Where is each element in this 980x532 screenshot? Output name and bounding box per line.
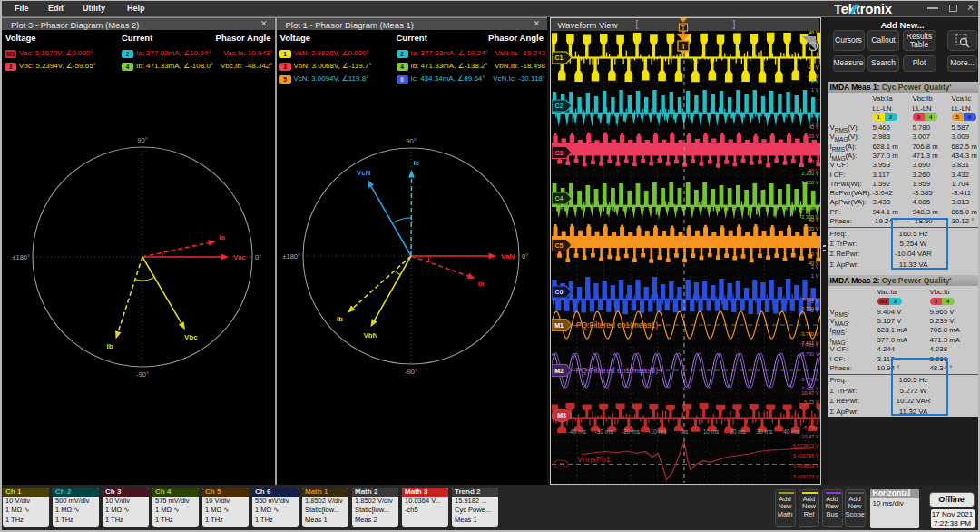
svg-text:2 V: 2 V bbox=[811, 264, 819, 270]
svg-text:2 V: 2 V bbox=[811, 78, 819, 84]
svg-text:C5: C5 bbox=[554, 242, 563, 249]
svg-text:1 V: 1 V bbox=[811, 87, 819, 93]
svg-text:30 ms: 30 ms bbox=[756, 429, 772, 435]
svg-text:90°: 90° bbox=[406, 137, 416, 145]
svg-text:40 V: 40 V bbox=[808, 217, 818, 222]
svg-text:-20 V: -20 V bbox=[807, 64, 819, 70]
svg-text:-40 ms: -40 ms bbox=[568, 429, 587, 435]
svg-text:-1,150 V: -1,150 V bbox=[799, 205, 818, 211]
svg-text:1,150 V: 1,150 V bbox=[801, 180, 819, 185]
svg-text:Tektronix: Tektronix bbox=[834, 2, 892, 16]
svg-text:-10.47 V: -10.47 V bbox=[799, 434, 818, 439]
svg-text:C3: C3 bbox=[554, 150, 563, 156]
svg-text:-PQ:Filtered ch1(meas1)-: -PQ:Filtered ch1(meas1)- bbox=[573, 320, 661, 330]
svg-text:10 ms: 10 ms bbox=[702, 429, 719, 435]
svg-text:VcN: VcN bbox=[356, 169, 370, 177]
svg-text:T: T bbox=[681, 25, 685, 31]
svg-text:C4: C4 bbox=[554, 195, 563, 202]
svg-text:20 V: 20 V bbox=[808, 133, 818, 139]
svg-text:10.47 V: 10.47 V bbox=[801, 390, 819, 396]
svg-text:5.426123 V: 5.426123 V bbox=[792, 474, 818, 479]
svg-text:Ia: Ia bbox=[219, 233, 225, 241]
svg-text:5.491796 V: 5.491796 V bbox=[792, 453, 818, 458]
svg-text:±180°: ±180° bbox=[12, 253, 30, 261]
svg-text:-PQ:Filtered ch1(meas3)-: -PQ:Filtered ch1(meas3)- bbox=[573, 366, 661, 375]
svg-text:VrmsPh1: VrmsPh1 bbox=[577, 455, 611, 464]
svg-text:0°: 0° bbox=[255, 253, 261, 261]
svg-text:-1 V: -1 V bbox=[809, 113, 819, 118]
svg-text:-5.23 V: -5.23 V bbox=[802, 425, 818, 430]
svg-text:Ic: Ic bbox=[413, 159, 419, 167]
svg-text:M2: M2 bbox=[554, 368, 564, 374]
svg-text:20 V: 20 V bbox=[808, 226, 818, 232]
svg-text:-30 ms: -30 ms bbox=[594, 429, 613, 435]
svg-text:-10 ms: -10 ms bbox=[648, 429, 667, 435]
svg-text:7.401 V: 7.401 V bbox=[801, 342, 819, 348]
svg-text:20 ms: 20 ms bbox=[730, 429, 746, 435]
svg-text:5.23 V: 5.23 V bbox=[804, 399, 818, 405]
svg-text:VaN: VaN bbox=[501, 252, 514, 261]
svg-text:-3.700 V: -3.700 V bbox=[799, 377, 818, 382]
svg-text:5.459859 V: 5.459859 V bbox=[792, 463, 818, 468]
svg-text:1 V: 1 V bbox=[811, 273, 819, 279]
svg-text:Ib: Ib bbox=[336, 315, 342, 323]
svg-text:M3: M3 bbox=[557, 412, 566, 419]
svg-text:3.700 V: 3.700 V bbox=[801, 351, 819, 357]
svg-text:±180°: ±180° bbox=[282, 252, 300, 261]
svg-text:C6: C6 bbox=[554, 289, 563, 295]
svg-text:40 ms: 40 ms bbox=[783, 429, 799, 435]
svg-text:2,300 V: 2,300 V bbox=[801, 171, 819, 176]
svg-text:0°: 0° bbox=[522, 252, 528, 261]
svg-text:M1: M1 bbox=[554, 322, 564, 329]
svg-text:40 V: 40 V bbox=[808, 31, 818, 35]
svg-text:-20 V: -20 V bbox=[807, 159, 819, 164]
svg-text:C1: C1 bbox=[554, 54, 563, 61]
svg-text:7.401 V: 7.401 V bbox=[801, 297, 819, 302]
svg-text:-90°: -90° bbox=[405, 368, 417, 376]
svg-text:3.700 V: 3.700 V bbox=[801, 306, 819, 311]
svg-text:VbN: VbN bbox=[363, 331, 377, 340]
svg-text:-20 V: -20 V bbox=[807, 251, 819, 257]
svg-text:Vbc: Vbc bbox=[184, 333, 198, 341]
svg-text:C2: C2 bbox=[554, 103, 563, 109]
svg-text:5.513612 V: 5.513612 V bbox=[792, 443, 818, 448]
svg-text:T: T bbox=[681, 42, 686, 51]
svg-text:Vac: Vac bbox=[233, 253, 246, 261]
svg-text:Ia: Ia bbox=[477, 280, 484, 288]
svg-text:0 s: 0 s bbox=[680, 429, 688, 435]
svg-text:90°: 90° bbox=[137, 136, 147, 144]
svg-text:-20 ms: -20 ms bbox=[622, 429, 641, 435]
svg-text:Ib: Ib bbox=[107, 342, 113, 350]
svg-text:T1: T1 bbox=[558, 462, 565, 468]
svg-text:40 V: 40 V bbox=[808, 124, 818, 130]
svg-text:-3.700 V: -3.700 V bbox=[799, 331, 818, 337]
svg-text:-90°: -90° bbox=[136, 370, 149, 379]
